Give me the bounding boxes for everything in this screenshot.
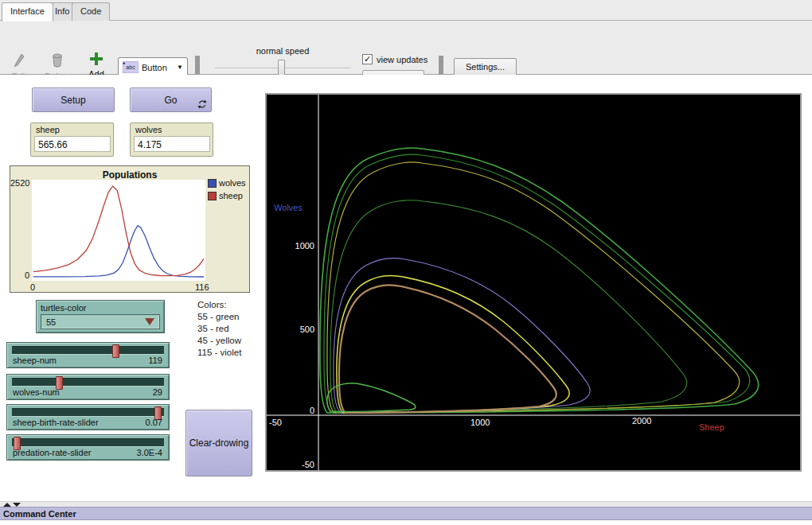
slider-value: 0.07 <box>146 418 162 427</box>
plus-icon <box>89 52 103 66</box>
go-label: Go <box>164 95 177 106</box>
phase-y-tick-1000: 1000 <box>271 241 314 251</box>
colors-note: Colors: 55 - green 35 - red 45 - yellow … <box>197 299 241 359</box>
colors-note-line: 55 - green <box>197 311 241 323</box>
sheep-monitor: sheep 565.66 <box>30 122 114 157</box>
slider-label: wolves-num <box>13 387 60 397</box>
phase-trajectory-yellow <box>337 275 569 413</box>
setup-button[interactable]: Setup <box>32 88 115 112</box>
sheep-legend-label: sheep <box>219 191 243 200</box>
phase-trajectory-green-outer-2 <box>324 154 750 413</box>
plot-xmin-label: 0 <box>30 282 35 292</box>
setup-label: Setup <box>61 95 85 106</box>
phase-y-tick-0: 0 <box>271 406 314 415</box>
legend-item-wolves: wolves <box>208 178 246 188</box>
plot-canvas <box>32 180 205 281</box>
tab-code[interactable]: Code <box>72 2 110 21</box>
command-center-header: Command Center <box>0 507 812 520</box>
command-center-body[interactable] <box>0 521 812 525</box>
wolves-legend-swatch <box>208 179 217 188</box>
legend-item-sheep: sheep <box>208 191 243 200</box>
wolves-monitor: wolves 4.175 <box>130 122 213 157</box>
plot-ymax-label: 2520 <box>10 178 29 188</box>
wolves-monitor-label: wolves <box>134 125 209 134</box>
trash-icon <box>51 52 64 68</box>
turtles-color-chooser[interactable]: turtles-color 55 <box>36 300 165 333</box>
sheep-series-line <box>33 186 204 276</box>
view-updates-checkbox[interactable]: ✓ <box>362 54 373 64</box>
chooser-value-box[interactable]: 55 <box>41 314 160 329</box>
slider-track[interactable] <box>12 438 164 447</box>
phase-trajectory-green-outer <box>320 148 759 413</box>
clear-drawing-label: Clear-drowing <box>189 438 249 449</box>
slider-value: 119 <box>148 356 162 365</box>
sheep-num-slider: sheep-num 119 <box>6 342 170 368</box>
world-view: Wolves 1000 500 0 -50 -50 1000 2000 Shee… <box>265 93 802 472</box>
sheep-birth-rate-slider: sheep-birth-rate-slider 0.07 <box>6 404 170 430</box>
plot-xmax-label: 116 <box>195 282 209 292</box>
forever-icon <box>197 99 207 109</box>
view-updates-label: view updates <box>377 55 427 64</box>
slider-value: 29 <box>153 387 162 397</box>
plot-ymin-label: 0 <box>10 270 29 280</box>
netlogo-window: Interface Info Code Edit Delete Add abc … <box>0 0 812 525</box>
chooser-label: turtles-color <box>41 303 160 313</box>
wolves-num-slider: wolves-num 29 <box>6 374 170 400</box>
slider-track[interactable] <box>12 378 164 387</box>
colors-note-line: 115 - violet <box>197 347 241 359</box>
clear-drawing-button[interactable]: Clear-drowing <box>185 410 252 476</box>
slider-track[interactable] <box>12 346 164 355</box>
command-center-splitter[interactable] <box>0 501 812 507</box>
slider-handle[interactable] <box>112 344 119 358</box>
dropdown-arrow-icon: ▼ <box>177 64 183 71</box>
pencil-icon <box>13 52 25 68</box>
sheep-legend-swatch <box>208 192 217 200</box>
phase-y-tick-neg50: -50 <box>271 460 314 469</box>
phase-trajectories <box>320 148 759 413</box>
slider-label: sheep-num <box>13 356 57 365</box>
tab-strip: Interface Info Code <box>0 0 812 21</box>
slider-label: predation-rate-slider <box>13 448 91 457</box>
settings-button[interactable]: Settings... <box>454 58 517 76</box>
chooser-value: 55 <box>46 317 56 327</box>
colors-note-title: Colors: <box>197 299 241 311</box>
chooser-dropdown-icon <box>145 318 154 325</box>
phase-y-axis-label: Wolves <box>259 203 303 212</box>
colors-note-line: 45 - yellow <box>197 335 241 347</box>
colors-note-line: 35 - red <box>197 323 241 335</box>
phase-y-tick-500: 500 <box>271 325 314 334</box>
wolves-legend-label: wolves <box>219 178 246 188</box>
toolbar: Edit Delete Add abc Button ▼ normal spee… <box>0 21 812 75</box>
phase-x-tick-neg50: -50 <box>269 418 282 427</box>
wolves-series-line <box>33 226 204 277</box>
sheep-monitor-value: 565.66 <box>34 136 111 152</box>
phase-x-tick-2000: 2000 <box>632 416 651 426</box>
phase-trajectory-green-mid <box>330 200 687 413</box>
tab-interface[interactable]: Interface <box>2 2 53 21</box>
populations-plot: Populations 2520 0 0 116 wolves sheep <box>10 165 250 293</box>
speed-slider-label: normal speed <box>215 46 350 56</box>
phase-trajectory-yellow-green <box>327 162 740 413</box>
button-widget-icon: abc <box>123 61 139 73</box>
view-updates-control: ✓ view updates <box>362 54 427 64</box>
widget-type-value: Button <box>142 63 167 72</box>
sheep-monitor-label: sheep <box>34 125 110 134</box>
predation-rate-slider: predation-rate-slider 3.0E-4 <box>6 434 170 461</box>
wolves-monitor-value: 4.175 <box>134 136 210 152</box>
phase-x-tick-1000: 1000 <box>470 418 490 427</box>
slider-track[interactable] <box>12 408 164 417</box>
go-button[interactable]: Go <box>130 88 212 112</box>
slider-value: 3.0E-4 <box>137 448 162 457</box>
phase-trajectory-tan <box>339 285 556 413</box>
slider-label: sheep-birth-rate-slider <box>13 418 99 427</box>
phase-trajectory-violet <box>334 259 590 413</box>
phase-x-axis-label: Sheep <box>699 422 724 432</box>
